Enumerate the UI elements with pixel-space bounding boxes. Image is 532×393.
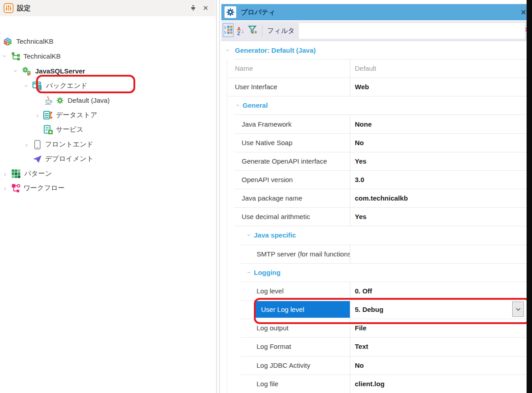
panel-divider[interactable] xyxy=(216,0,217,393)
property-label: Use decimal arithmetic xyxy=(227,207,350,226)
settings-panel: 設定 ✕ xyxy=(0,0,216,393)
dropdown-button[interactable] xyxy=(512,302,524,317)
patterns-icon xyxy=(11,169,21,179)
property-row-java-package-name[interactable]: Java package name com.technicalkb xyxy=(227,189,527,207)
chevron-right-icon[interactable]: › xyxy=(2,170,8,177)
chevron-down-icon[interactable]: › xyxy=(2,53,9,59)
environment-gears-icon xyxy=(22,66,32,76)
tree-item-patterns[interactable]: › パターン xyxy=(0,167,216,181)
property-value[interactable]: client.log xyxy=(350,375,527,393)
property-row-use-native-soap[interactable]: Use Native Soap No xyxy=(227,133,527,152)
property-row-log-file[interactable]: Log file client.log xyxy=(227,375,527,393)
chevron-down-icon[interactable]: › xyxy=(23,83,30,89)
tree-item-label: サービス xyxy=(56,125,83,134)
kb-cube-icon xyxy=(3,37,13,46)
tree-item-label: JavaSQLServer xyxy=(35,67,85,75)
property-label: Name xyxy=(227,59,350,78)
property-value[interactable]: 3.0 xyxy=(350,170,527,189)
property-value[interactable]: File xyxy=(350,319,527,337)
property-row-user-interface[interactable]: User Interface Web xyxy=(227,78,527,96)
tree-item-services[interactable]: サービス xyxy=(0,123,216,137)
panel-divider[interactable] xyxy=(219,0,220,393)
tree-item-label: フロントエンド xyxy=(45,140,93,149)
property-value[interactable]: 0. Off xyxy=(350,282,527,300)
property-row-java-framework[interactable]: Java Framework None xyxy=(227,114,527,133)
deployment-icon xyxy=(32,154,42,164)
alphabetical-sort-icon[interactable]: AZ↓ xyxy=(237,27,244,36)
settings-sliders-icon xyxy=(4,3,14,13)
chevron-down-icon[interactable]: › xyxy=(235,102,242,109)
properties-toolbar: AZ↓ フィルタ ✕ xyxy=(221,21,532,41)
generator-section-header[interactable]: › Generator: Default (Java) xyxy=(221,41,527,59)
tree-item-frontend[interactable]: › フロントエンド xyxy=(0,137,216,151)
property-row-use-decimal-arithmetic[interactable]: Use decimal arithmetic Yes xyxy=(227,207,527,226)
property-row-log-level[interactable]: Log level 0. Off xyxy=(227,282,527,300)
category-general[interactable]: › General xyxy=(227,96,527,114)
property-row-log-output[interactable]: Log output File xyxy=(227,319,527,337)
tree-item-label: ワークフロー xyxy=(23,184,64,192)
tree-item-label: TechnicalKB xyxy=(16,37,54,45)
property-value[interactable] xyxy=(350,245,527,263)
category-logging[interactable]: › Logging xyxy=(227,263,527,282)
settings-panel-header: 設定 ✕ xyxy=(0,0,216,16)
tree-item-default-java[interactable]: Default (Java) xyxy=(0,93,216,107)
chevron-right-icon[interactable]: › xyxy=(2,185,8,192)
property-row-smtp-server[interactable]: SMTP server (for mail functions) xyxy=(227,245,527,263)
property-value[interactable]: Web xyxy=(350,78,527,96)
property-row-log-jdbc-activity[interactable]: Log JDBC Activity No xyxy=(227,356,527,375)
property-value[interactable]: None xyxy=(350,114,527,133)
java-icon xyxy=(43,96,53,105)
property-row-name[interactable]: Name Default xyxy=(227,59,527,78)
pin-icon[interactable] xyxy=(187,3,199,14)
close-icon[interactable]: ✕ xyxy=(521,8,527,17)
property-row-openapi-version[interactable]: OpenAPI version 3.0 xyxy=(227,170,527,189)
property-label: Generate OpenAPI interface xyxy=(227,152,350,170)
property-label: OpenAPI version xyxy=(227,170,350,189)
generator-section-title: Generator: Default (Java) xyxy=(235,46,316,54)
categorized-view-icon[interactable] xyxy=(223,23,234,39)
toolbar-separator xyxy=(262,25,262,37)
property-label: Log JDBC Activity xyxy=(227,356,350,375)
property-value[interactable]: No xyxy=(350,133,527,152)
property-row-user-log-level[interactable]: User Log level 5. Debug xyxy=(227,300,527,319)
property-label: User Interface xyxy=(227,78,350,96)
tree-item-label: パターン xyxy=(24,169,52,178)
tree-item-technicalkb-version[interactable]: › TechnicalKB xyxy=(0,49,216,63)
property-label: Java package name xyxy=(227,189,350,207)
property-label: SMTP server (for mail functions) xyxy=(227,245,350,263)
filter-input[interactable] xyxy=(299,23,525,39)
property-row-generate-openapi-interface[interactable]: Generate OpenAPI interface Yes xyxy=(227,152,527,170)
property-value[interactable]: No xyxy=(350,356,527,375)
tree-item-deployment[interactable]: デプロイメント xyxy=(0,152,216,166)
property-label-selected: User Log level xyxy=(227,300,350,319)
tree-item-javasqlserver[interactable]: › xyxy=(0,64,216,78)
tree-item-backend[interactable]: › バックエンド xyxy=(0,79,216,93)
property-value[interactable]: Default xyxy=(350,59,527,78)
tree-item-workflow[interactable]: › ワークフロー xyxy=(0,181,216,195)
properties-gear-icon xyxy=(225,6,236,18)
category-java-specific[interactable]: › Java specific xyxy=(227,226,527,244)
property-value[interactable]: Text xyxy=(350,337,527,356)
property-value[interactable]: Yes xyxy=(350,207,527,226)
backend-icon xyxy=(32,81,42,91)
property-label: Log file xyxy=(227,375,350,393)
chevron-down-icon[interactable]: › xyxy=(246,269,253,275)
property-grid: Name Default User Interface Web › Genera… xyxy=(227,59,527,393)
filter-funnel-icon[interactable] xyxy=(248,25,258,37)
tree-item-label: データストア xyxy=(56,111,97,119)
property-value[interactable]: 5. Debug xyxy=(350,300,527,319)
property-value[interactable]: com.technicalkb xyxy=(350,189,527,207)
property-row-log-format[interactable]: Log Format Text xyxy=(227,337,527,356)
tree-item-datastore[interactable]: › データストア xyxy=(0,108,216,122)
property-value[interactable]: Yes xyxy=(350,152,527,170)
services-icon xyxy=(43,125,53,135)
ide-window: 設定 ✕ xyxy=(0,0,532,393)
chevron-down-icon[interactable]: › xyxy=(13,68,19,74)
tree-item-label: TechnicalKB xyxy=(23,52,61,60)
chevron-right-icon[interactable]: › xyxy=(23,141,30,148)
chevron-down-icon[interactable]: › xyxy=(225,47,232,54)
tree-item-technicalkb-root[interactable]: TechnicalKB xyxy=(0,34,216,48)
chevron-down-icon[interactable]: › xyxy=(246,232,253,238)
chevron-right-icon[interactable]: › xyxy=(34,112,41,119)
close-icon[interactable]: ✕ xyxy=(199,3,212,14)
